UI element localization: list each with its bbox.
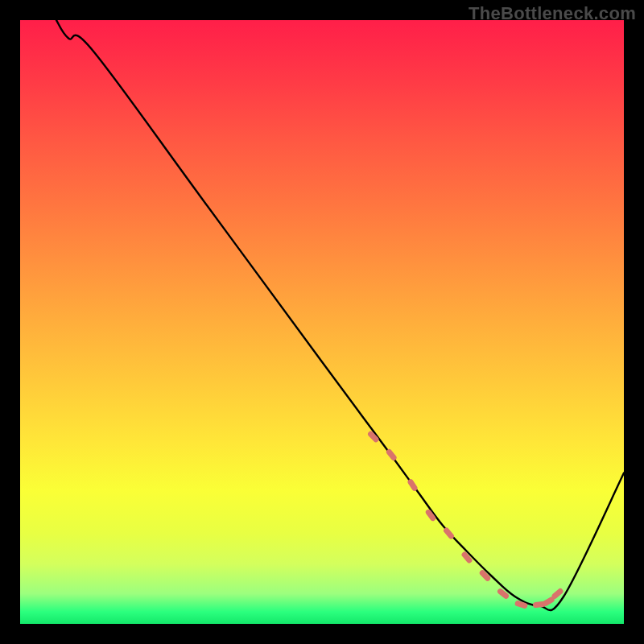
dash-markers (367, 430, 564, 609)
chart-svg (20, 20, 624, 624)
curve-line (56, 20, 624, 610)
plot-area (20, 20, 624, 624)
svg-rect-7 (497, 588, 510, 600)
chart-frame: TheBottleneck.com (0, 0, 644, 644)
svg-rect-2 (407, 478, 419, 492)
watermark-text: TheBottleneck.com (469, 3, 636, 24)
